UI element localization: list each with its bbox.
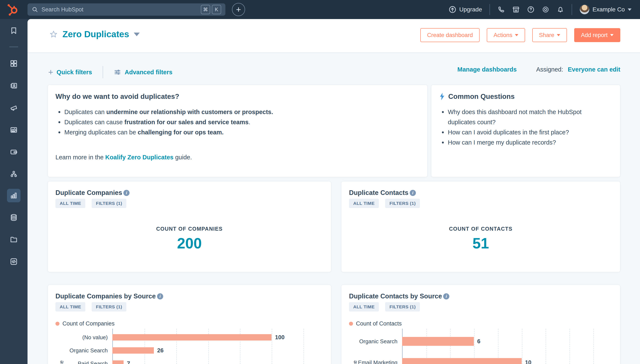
- chart-row: Organic Search6: [349, 331, 612, 352]
- sidebar-item-marketing[interactable]: [7, 101, 20, 115]
- info-icon[interactable]: i: [443, 293, 449, 300]
- wallet-icon: [10, 148, 18, 156]
- advanced-filters-button[interactable]: Advanced filters: [114, 68, 172, 76]
- card-title: Common Questions: [448, 92, 515, 100]
- sidebar-item-dashboards[interactable]: [7, 57, 20, 70]
- sidebar-item-reporting-active[interactable]: [7, 189, 20, 202]
- duplicate-contacts-card: Duplicate Contactsi ALL TIME FILTERS (1)…: [341, 181, 620, 272]
- time-range-badge[interactable]: ALL TIME: [349, 199, 379, 208]
- notifications-bell-icon[interactable]: [557, 6, 564, 13]
- common-questions-card: Common Questions Why does this dashboard…: [431, 85, 620, 177]
- assigned-value-link[interactable]: Everyone can edit: [568, 66, 620, 73]
- sidebar-item-files[interactable]: [7, 233, 20, 246]
- favorite-star-icon[interactable]: [49, 30, 58, 38]
- chevron-down-icon: [628, 8, 632, 11]
- filters-badge[interactable]: FILTERS (1): [92, 302, 126, 312]
- bar-value: 26: [157, 347, 164, 354]
- metric-label: COUNT OF COMPANIES: [156, 226, 223, 232]
- megaphone-icon: [10, 104, 18, 112]
- create-dashboard-button[interactable]: Create dashboard: [420, 28, 480, 42]
- card-title: Duplicate Companies: [56, 189, 122, 196]
- upgrade-arrow-icon: [449, 6, 456, 13]
- filters-badge[interactable]: FILTERS (1): [385, 199, 420, 208]
- upgrade-label: Upgrade: [459, 6, 482, 13]
- list-item: Merging duplicates can be challenging fo…: [56, 127, 373, 137]
- sidebar-item-content[interactable]: [7, 123, 20, 137]
- time-range-badge[interactable]: ALL TIME: [349, 302, 379, 312]
- folder-icon: [10, 236, 18, 244]
- bar[interactable]: 100: [112, 334, 272, 340]
- lightning-icon: [439, 92, 445, 100]
- manage-dashboards-link[interactable]: Manage dashboards: [457, 66, 516, 73]
- bar-value: 6: [477, 338, 480, 345]
- chart-row: Paid Search7: [56, 357, 324, 364]
- account-menu[interactable]: Example Co: [580, 5, 632, 14]
- database-icon: [10, 214, 18, 222]
- koalify-guide-link[interactable]: Koalify Zero Duplicates: [105, 154, 173, 161]
- sliders-icon: [114, 68, 121, 76]
- topbar-divider: [490, 4, 490, 15]
- settings-gear-icon[interactable]: [542, 6, 549, 13]
- hubspot-logo[interactable]: [6, 3, 19, 16]
- list-item: How can I avoid duplicates in the first …: [439, 127, 585, 137]
- marketplace-icon[interactable]: [512, 6, 520, 13]
- actions-button[interactable]: Actions: [487, 28, 525, 42]
- k-key-badge: K: [212, 5, 221, 14]
- sidebar-item-data[interactable]: [7, 211, 20, 224]
- sidebar-item-crm[interactable]: [7, 79, 20, 92]
- account-name: Example Co: [592, 6, 625, 13]
- chart-legend[interactable]: Count of Contacts: [349, 320, 612, 327]
- why-bullet-list: Duplicates can undermine our relationshi…: [56, 107, 420, 137]
- caret-down-icon: [610, 34, 614, 36]
- sidebar-item-automations[interactable]: [7, 167, 20, 181]
- list-item: How can I merge my duplicate records?: [439, 137, 585, 148]
- bar[interactable]: 10: [402, 358, 522, 364]
- search-icon: [32, 6, 38, 13]
- calling-icon[interactable]: [498, 6, 505, 13]
- info-icon[interactable]: i: [410, 190, 416, 196]
- category-label: Email Marketing: [349, 359, 402, 364]
- time-range-badge[interactable]: ALL TIME: [56, 302, 85, 312]
- legend-label: Count of Contacts: [356, 320, 402, 327]
- sidebar-item-developer[interactable]: [7, 255, 20, 268]
- legend-dot: [56, 322, 60, 326]
- avatar: [580, 5, 590, 14]
- filter-bar: + Quick filters Advanced filters: [28, 66, 640, 81]
- time-range-badge[interactable]: ALL TIME: [56, 199, 85, 208]
- filters-badge[interactable]: FILTERS (1): [92, 199, 126, 208]
- bar-chart-icon: [10, 192, 18, 200]
- chart-row: (No value)100: [56, 331, 324, 344]
- sidebar-item-bookmarks[interactable]: [7, 24, 20, 38]
- sidebar-item-commerce[interactable]: [7, 145, 20, 159]
- page-title: Zero Duplicates: [62, 29, 129, 39]
- bar[interactable]: 26: [112, 347, 154, 354]
- bar[interactable]: 6: [402, 337, 474, 346]
- bookmark-icon: [10, 27, 18, 35]
- contact-card-icon: [10, 82, 18, 90]
- quick-filters-button[interactable]: + Quick filters: [48, 69, 92, 76]
- title-dropdown-caret-icon[interactable]: [134, 32, 140, 36]
- card-title: Why do we want to avoid duplicates?: [56, 92, 420, 100]
- search-input[interactable]: Search HubSpot: [42, 6, 199, 13]
- why-avoid-duplicates-card: Why do we want to avoid duplicates? Dupl…: [48, 85, 428, 177]
- global-search[interactable]: Search HubSpot ⌘ K: [28, 4, 226, 16]
- metric-value: 51: [472, 235, 489, 252]
- metric-value: 200: [177, 235, 202, 252]
- org-chart-icon: [10, 170, 18, 178]
- share-button[interactable]: Share: [532, 28, 567, 42]
- info-icon[interactable]: i: [124, 190, 130, 196]
- add-report-button[interactable]: Add report: [574, 28, 620, 42]
- upgrade-button[interactable]: Upgrade: [449, 6, 482, 13]
- filters-badge[interactable]: FILTERS (1): [385, 302, 420, 312]
- create-new-button[interactable]: +: [232, 3, 245, 16]
- card-title: Duplicate Contacts by Source: [349, 292, 442, 300]
- help-icon[interactable]: [527, 6, 534, 13]
- info-icon[interactable]: i: [157, 293, 163, 300]
- duplicate-companies-by-source-card: Duplicate Companies by Sourcei ALL TIME …: [48, 285, 331, 364]
- bar[interactable]: 7: [112, 360, 124, 364]
- chart-legend[interactable]: Count of Companies: [56, 320, 324, 327]
- companies-by-source-bar-chart: Original source (No value)100Organic Sea…: [56, 329, 324, 364]
- category-label: Organic Search: [349, 338, 402, 345]
- category-label: Organic Search: [56, 347, 112, 354]
- filter-divider: [103, 66, 103, 78]
